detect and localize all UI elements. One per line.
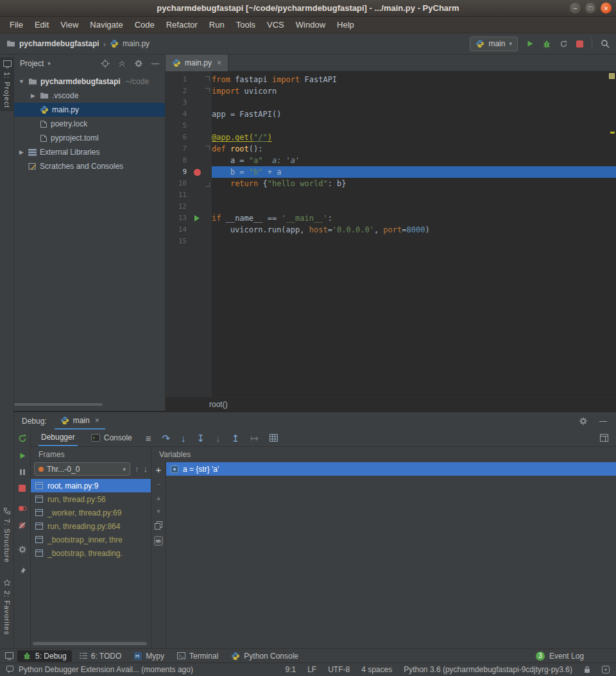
toolwindow-switcher-icon[interactable] (5, 652, 13, 660)
show-return-values-icon[interactable]: ∞ (154, 536, 163, 546)
rerun-icon[interactable] (18, 434, 27, 443)
code-line-14[interactable]: 14 uvicorn.run(app, host='0.0.0.0', port… (166, 224, 616, 236)
menu-file[interactable]: File (4, 17, 29, 32)
locate-icon[interactable] (101, 59, 110, 68)
code-line-6[interactable]: 6@app.get("/") (166, 132, 616, 143)
run-to-cursor-icon[interactable]: ↦ (250, 433, 259, 443)
thread-selector[interactable]: Thr...-0_0 ▾ (34, 462, 130, 476)
line-separator[interactable]: LF (307, 665, 316, 674)
toolwindow-button-mypy[interactable]: Mypy (129, 650, 169, 662)
run-arrow-icon[interactable] (194, 215, 200, 221)
gutter-icon-area[interactable] (191, 201, 203, 212)
frame-row-run-thread-py-56[interactable]: run, thread.py:56 (31, 492, 151, 506)
code-line-2[interactable]: 2import uvicorn (166, 85, 616, 97)
gear-icon[interactable] (134, 59, 143, 68)
step-into-icon[interactable]: ↓ (181, 433, 186, 443)
highlighting-level-icon[interactable] (602, 666, 610, 673)
code-line-10[interactable]: 10 return {"hello world": b} (166, 178, 616, 189)
menu-tools[interactable]: Tools (230, 17, 261, 32)
stop-icon[interactable] (19, 485, 26, 492)
interpreter[interactable]: Python 3.6 (pycharmdebugfastapi-9cdjtyrg… (404, 665, 572, 674)
close-icon[interactable]: × (95, 416, 99, 425)
titlebar[interactable]: pycharmdebugfastapi [~/code/pycharmdebug… (0, 0, 616, 17)
frame-row-worker-thread-py-69[interactable]: _worker, thread.py:69 (31, 506, 151, 519)
previous-frame-icon[interactable]: ↑ (135, 464, 139, 474)
tab-debugger[interactable]: Debugger (38, 429, 78, 446)
close-button[interactable]: × (601, 3, 612, 13)
run-button[interactable] (526, 40, 534, 48)
menu-window[interactable]: Window (290, 17, 331, 32)
remove-watch-icon[interactable]: − (157, 481, 160, 488)
warning-stripe-mark[interactable] (610, 132, 615, 134)
tab-console[interactable]: Console (89, 429, 135, 446)
gutter-icon-area[interactable] (191, 178, 203, 189)
code-line-5[interactable]: 5 (166, 120, 616, 132)
search-icon[interactable] (601, 39, 610, 48)
code-line-13[interactable]: 13if __name__ == '__main__': (166, 212, 616, 224)
gutter-icon-area[interactable] (191, 166, 203, 178)
gutter-icon-area[interactable] (191, 74, 203, 85)
menu-edit[interactable]: Edit (29, 17, 55, 32)
move-down-icon[interactable]: ▾ (157, 508, 160, 515)
force-step-into-icon[interactable]: ↓ (216, 433, 221, 443)
duplicate-icon[interactable] (155, 521, 162, 530)
frame-row-bootstrap-threading[interactable]: _bootstrap, threading. (31, 546, 151, 560)
menu-code[interactable]: Code (129, 17, 160, 32)
step-over-icon[interactable]: ↷ (162, 433, 171, 443)
chevron-down-icon[interactable]: ▾ (47, 60, 51, 67)
move-up-icon[interactable]: ▴ (157, 494, 160, 501)
code-line-15[interactable]: 15 (166, 236, 616, 247)
menu-run[interactable]: Run (203, 17, 230, 32)
step-out-icon[interactable]: ↥ (232, 433, 240, 443)
gutter-icon-area[interactable] (191, 97, 203, 108)
settings-gear-icon[interactable] (18, 545, 27, 554)
pin-icon[interactable] (19, 567, 26, 575)
gutter-icon-area[interactable] (191, 212, 203, 224)
editor-tab-main-py[interactable]: main.py × (166, 55, 228, 71)
evaluate-expression-icon[interactable] (270, 434, 278, 442)
inspection-indicator[interactable] (609, 73, 615, 79)
gutter-icon-area[interactable] (191, 85, 203, 97)
caret-position[interactable]: 9:1 (285, 665, 296, 674)
tree-item-vscode[interactable]: ▶.vscode (14, 89, 165, 103)
file-encoding[interactable]: UTF-8 (328, 665, 350, 674)
resume-icon[interactable] (19, 452, 26, 460)
code-line-1[interactable]: 1from fastapi import FastAPI (166, 74, 616, 85)
fold-marker[interactable] (203, 178, 212, 189)
breadcrumb-file[interactable]: main.py (123, 39, 150, 48)
tree-item-pyproject-toml[interactable]: pyproject.toml (14, 131, 165, 145)
horizontal-scrollbar[interactable] (14, 403, 103, 406)
collapse-all-icon[interactable] (118, 60, 126, 67)
variable-row[interactable]: a = {str} 'a' (166, 462, 616, 476)
toolwindow-button-terminal[interactable]: Terminal (172, 650, 223, 662)
project-panel-title[interactable]: Project (20, 59, 44, 68)
stop-button[interactable] (576, 40, 583, 48)
menu-view[interactable]: View (55, 17, 84, 32)
run-configuration-select[interactable]: main ▾ (470, 37, 518, 51)
step-into-my-code-icon[interactable]: ↧ (197, 433, 205, 443)
code-line-7[interactable]: 7def root(): (166, 143, 616, 155)
toolwindow-button-6-todo[interactable]: 6: TODO (74, 650, 127, 662)
gutter-icon-area[interactable] (191, 143, 203, 155)
hide-panel-icon[interactable]: — (151, 59, 159, 68)
tree-item-main-py[interactable]: main.py (14, 103, 165, 117)
add-watch-icon[interactable]: + (156, 465, 162, 474)
frame-row-root-main-py-9[interactable]: root, main.py:9 (31, 479, 151, 492)
frame-row-bootstrap-inner-thre[interactable]: _bootstrap_inner, thre (31, 533, 151, 546)
breakpoint-icon[interactable] (194, 169, 201, 176)
code-line-8[interactable]: 8 a = "a" a: 'a' (166, 155, 616, 166)
code-line-12[interactable]: 12 (166, 201, 616, 212)
minimize-button[interactable]: – (570, 3, 581, 13)
chevron-right-icon[interactable]: ▶ (30, 92, 37, 99)
gutter-icon-area[interactable] (191, 189, 203, 201)
code-line-11[interactable]: 11 (166, 189, 616, 201)
gear-icon[interactable] (579, 417, 588, 426)
indent-setting[interactable]: 4 spaces (361, 665, 392, 674)
menu-help[interactable]: Help (331, 17, 360, 32)
editor-breadcrumb[interactable]: root() (209, 400, 228, 409)
tree-item-poetry-lock[interactable]: poetry.lock (14, 117, 165, 131)
horizontal-scrollbar[interactable] (33, 642, 147, 645)
restore-layout-icon[interactable] (600, 434, 608, 442)
fold-marker[interactable] (203, 74, 212, 85)
view-breakpoints-icon[interactable] (18, 505, 27, 512)
